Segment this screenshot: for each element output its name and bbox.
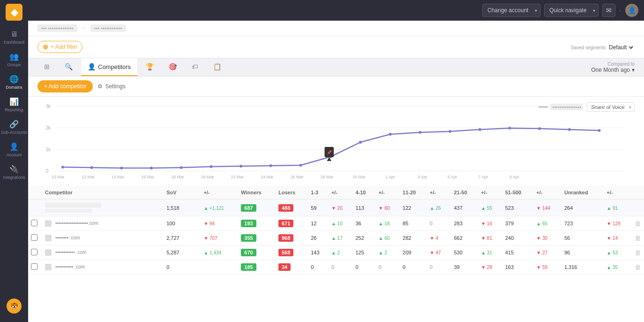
td-1-3: 0	[308, 260, 329, 275]
svg-point-14	[240, 165, 242, 168]
th-1-3-delta: +/-	[329, 186, 353, 199]
compared-to-chevron[interactable]: ▾	[632, 67, 635, 73]
td-losers: 568	[276, 245, 308, 260]
topbar-avatar[interactable]: 👤	[625, 4, 638, 17]
th-losers[interactable]: Losers	[276, 186, 308, 199]
tags-icon: 🏷	[192, 63, 198, 70]
th-4-10[interactable]: 4-10	[352, 186, 375, 199]
sidebar-item-label: Account	[7, 153, 22, 157]
email-button[interactable]: ✉	[602, 4, 615, 17]
tab-search[interactable]: 🔍	[58, 58, 79, 76]
th-1-3[interactable]: 1-3	[308, 186, 329, 199]
svg-point-24	[538, 127, 541, 130]
td-11-20: 0	[400, 260, 427, 275]
td-1-3: 26	[308, 231, 329, 245]
td-checkbox[interactable]	[28, 245, 42, 260]
td-delete[interactable]: 🗑	[632, 260, 644, 275]
dashboard-icon: 🖥	[10, 30, 18, 38]
th-4-10-delta: +/-	[375, 186, 400, 199]
td-checkbox[interactable]	[28, 216, 42, 231]
svg-point-8	[61, 166, 64, 169]
th-unranked[interactable]: Unranked	[562, 186, 604, 199]
svg-text:0: 0	[46, 169, 49, 174]
saved-segments-select[interactable]: Default	[607, 44, 635, 51]
th-11-20[interactable]: 11-20	[400, 186, 427, 199]
svg-text:20 Mar: 20 Mar	[201, 175, 214, 179]
change-account-select[interactable]: Change account	[482, 4, 540, 17]
sidebar-item-account[interactable]: 👤 Account	[0, 138, 28, 161]
td-11-20-delta: 0	[427, 216, 451, 231]
svg-text:1 Apr: 1 Apr	[385, 175, 395, 179]
td-1-3: 59	[308, 199, 329, 216]
table-settings-button[interactable]: ⚙ Settings	[97, 83, 125, 90]
td-checkbox[interactable]	[28, 231, 42, 245]
sidebar-item-dashboard[interactable]: 🖥 Dashboard	[0, 26, 28, 48]
tab-trophy[interactable]: 🏆	[139, 58, 160, 76]
td-sov-delta: ▲ +1,121	[201, 199, 238, 216]
sidebar-item-label: Dashboard	[4, 40, 24, 45]
sidebar-item-domains[interactable]: 🌐 Domains	[0, 71, 28, 93]
action-bar: + Add competitor ⚙ Settings	[28, 77, 644, 97]
sidebar-item-integrations[interactable]: 🔌 Integrations	[0, 161, 28, 184]
filter-bar: ⊕ + Add filter Saved segments Default	[28, 36, 644, 58]
td-51-500: 163	[502, 260, 534, 275]
svg-point-25	[568, 128, 571, 131]
svg-point-13	[210, 165, 213, 168]
th-51-500[interactable]: 51-500	[502, 186, 534, 199]
chart-container: 3k 2k 1k 0	[37, 102, 635, 182]
quick-navigate-select[interactable]: Quick navigate	[544, 4, 599, 17]
tab-target[interactable]: 🎯	[162, 58, 183, 76]
td-delete[interactable]: 🗑	[632, 216, 644, 231]
add-competitor-button[interactable]: + Add competitor	[37, 80, 93, 92]
td-checkbox[interactable]	[28, 260, 42, 275]
td-11-20-delta: 0	[427, 260, 451, 275]
td-sov-delta: ▲ 1,434	[201, 245, 238, 260]
tab-list[interactable]: 📋	[207, 58, 228, 76]
add-filter-button[interactable]: ⊕ + Add filter	[37, 41, 82, 53]
quick-navigate-wrapper: Quick navigate	[544, 4, 599, 17]
groups-icon: 👥	[9, 52, 19, 61]
td-51-500: 415	[502, 245, 534, 260]
th-checkbox	[28, 186, 42, 199]
svg-point-26	[598, 129, 601, 132]
td-delete[interactable]: 🗑	[632, 245, 644, 260]
td-21-50: 283	[451, 216, 478, 231]
change-account-wrapper: Change account	[482, 4, 540, 17]
td-unranked-delta: ▲ 35	[604, 260, 632, 275]
table-row: ••••••••••• .com 0 185 34 0 0 0 0 0 0 39…	[28, 260, 644, 275]
svg-point-23	[509, 127, 511, 130]
td-4-10: 0	[352, 260, 375, 275]
td-unranked-delta: ▼ 129	[604, 216, 632, 231]
td-losers: 968	[276, 231, 308, 245]
th-sov[interactable]: SoV	[164, 186, 201, 199]
svg-point-21	[449, 130, 451, 133]
td-1-3-delta: ▼ 20	[329, 199, 353, 216]
tab-competitors[interactable]: 👤 Competitors	[81, 58, 137, 76]
td-11-20: 282	[400, 231, 427, 245]
svg-text:7 Apr: 7 Apr	[478, 175, 488, 179]
td-51-500: 379	[502, 216, 534, 231]
tab-tags[interactable]: 🏷	[185, 58, 205, 76]
svg-point-16	[300, 164, 302, 167]
th-21-50[interactable]: 21-50	[451, 186, 478, 199]
sidebar: ◆ 🖥 Dashboard 👥 Groups 🌐 Domains 📊 Repor…	[0, 0, 28, 322]
svg-text:22 Mar: 22 Mar	[231, 175, 244, 179]
tab-overview[interactable]: ⊞	[37, 58, 56, 76]
sidebar-item-reporting[interactable]: 📊 Reporting	[0, 93, 28, 116]
sidebar-avatar[interactable]: 🐯	[7, 299, 22, 314]
td-21-50-delta: ▼ 16	[478, 216, 502, 231]
td-winners: 355	[238, 231, 276, 245]
td-1-3-delta: ▲ 17	[329, 231, 353, 245]
sidebar-item-groups[interactable]: 👥 Groups	[0, 48, 28, 71]
tab-competitors-label: Competitors	[98, 63, 131, 70]
sidebar-item-sub-accounts[interactable]: 🔗 Sub-Accounts	[0, 116, 28, 138]
account-icon: 👤	[9, 142, 19, 151]
td-21-50: 39	[451, 260, 478, 275]
delete-icon: 🗑	[635, 220, 641, 227]
td-unranked-delta: ▼ 14	[604, 231, 632, 245]
app-logo[interactable]: ◆	[6, 4, 22, 21]
th-winners[interactable]: Winners	[238, 186, 276, 199]
td-1-3-delta: ▲ 2	[329, 245, 353, 260]
td-delete[interactable]: 🗑	[632, 231, 644, 245]
th-competitor[interactable]: Competitor	[42, 186, 164, 199]
